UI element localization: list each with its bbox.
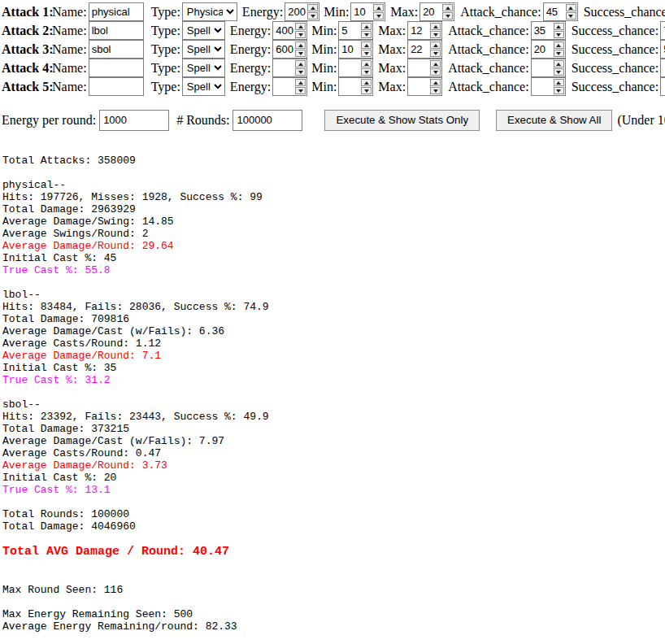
- spinner-up-icon[interactable]: [361, 60, 372, 67]
- energy-spinner[interactable]: [294, 41, 306, 58]
- spinner-down-icon[interactable]: [361, 31, 372, 38]
- energy-spinner[interactable]: [306, 3, 319, 20]
- spinner-down-icon[interactable]: [295, 50, 306, 57]
- spinner-down-icon[interactable]: [295, 87, 306, 94]
- success-chance-input[interactable]: [661, 59, 665, 76]
- spinner-up-icon[interactable]: [430, 60, 441, 67]
- spinner-down-icon[interactable]: [295, 68, 306, 76]
- attack-chance-input[interactable]: [532, 22, 553, 39]
- max-input[interactable]: [408, 41, 429, 58]
- spinner-down-icon[interactable]: [373, 12, 384, 20]
- success-chance-input[interactable]: [661, 41, 665, 58]
- spinner-up-icon[interactable]: [295, 41, 306, 49]
- min-input[interactable]: [351, 3, 372, 20]
- spinner-down-icon[interactable]: [430, 68, 441, 76]
- attack-name-input[interactable]: [89, 77, 144, 96]
- attack-chance-spinner[interactable]: [565, 3, 577, 20]
- output-line: Total Damage: 4046960: [2, 520, 665, 533]
- min-input[interactable]: [339, 22, 360, 39]
- spinner-down-icon[interactable]: [361, 50, 372, 57]
- attack-chance-input[interactable]: [532, 78, 553, 95]
- energy-spinner[interactable]: [294, 78, 306, 95]
- attack-chance-input[interactable]: [532, 41, 553, 58]
- spinner-down-icon[interactable]: [430, 87, 441, 94]
- max-spinner[interactable]: [429, 41, 441, 58]
- spinner-down-icon[interactable]: [554, 50, 564, 57]
- spinner-down-icon[interactable]: [554, 31, 564, 38]
- attack-chance-spinner[interactable]: [553, 41, 565, 58]
- spinner-up-icon[interactable]: [566, 4, 576, 11]
- min-input[interactable]: [339, 78, 360, 95]
- max-input[interactable]: [408, 22, 429, 39]
- spinner-up-icon[interactable]: [373, 4, 384, 11]
- max-spinner[interactable]: [429, 78, 441, 95]
- energy-input[interactable]: [285, 3, 306, 20]
- spinner-up-icon[interactable]: [554, 41, 564, 49]
- max-spinner[interactable]: [441, 3, 454, 20]
- spinner-down-icon[interactable]: [361, 68, 372, 76]
- attack-type-select[interactable]: Spell: [182, 59, 225, 77]
- min-spinner[interactable]: [360, 78, 372, 95]
- max-spinner[interactable]: [429, 22, 441, 39]
- spinner-up-icon[interactable]: [554, 60, 564, 67]
- execute-show-all-button[interactable]: Execute & Show All: [496, 110, 612, 131]
- max-input[interactable]: [408, 78, 429, 95]
- attack-chance-spinner[interactable]: [553, 78, 565, 95]
- min-spinner[interactable]: [372, 3, 385, 20]
- energy-input[interactable]: [273, 22, 294, 39]
- min-label: Min:: [311, 24, 337, 38]
- success-chance-input[interactable]: [661, 78, 665, 95]
- energy-input[interactable]: [273, 78, 294, 95]
- spinner-up-icon[interactable]: [554, 79, 564, 86]
- min-spinner[interactable]: [360, 22, 372, 39]
- max-input[interactable]: [408, 59, 429, 76]
- success-chance-input[interactable]: [661, 22, 665, 39]
- energy-spinner[interactable]: [294, 22, 306, 39]
- execute-stats-only-button[interactable]: Execute & Show Stats Only: [324, 110, 480, 131]
- spinner-up-icon[interactable]: [442, 4, 453, 11]
- max-spinner[interactable]: [429, 59, 441, 76]
- spinner-up-icon[interactable]: [361, 23, 372, 30]
- attack-type-select[interactable]: Spell: [182, 40, 225, 59]
- spinner-up-icon[interactable]: [361, 79, 372, 86]
- min-input[interactable]: [339, 59, 360, 76]
- rounds-input[interactable]: [233, 110, 302, 131]
- attack-name-input[interactable]: [89, 2, 144, 21]
- max-input[interactable]: [420, 3, 441, 20]
- attack-chance-input[interactable]: [544, 3, 565, 20]
- attack-chance-spinner[interactable]: [553, 22, 565, 39]
- spinner-up-icon[interactable]: [430, 79, 441, 86]
- attack-name-input[interactable]: [89, 40, 144, 59]
- spinner-down-icon[interactable]: [554, 87, 564, 94]
- spinner-down-icon[interactable]: [361, 87, 372, 94]
- attack-type-select[interactable]: Spell: [182, 21, 225, 40]
- spinner-down-icon[interactable]: [430, 50, 441, 57]
- spinner-down-icon[interactable]: [442, 12, 453, 20]
- min-spinner[interactable]: [360, 59, 372, 76]
- energy-per-round-input[interactable]: [99, 110, 169, 131]
- attack-name-input[interactable]: [89, 21, 144, 40]
- spinner-up-icon[interactable]: [361, 41, 372, 49]
- spinner-up-icon[interactable]: [307, 4, 318, 11]
- attack-name-input[interactable]: [89, 59, 144, 77]
- spinner-up-icon[interactable]: [295, 79, 306, 86]
- attack-type-select[interactable]: Spell: [182, 77, 225, 96]
- spinner-down-icon[interactable]: [566, 12, 576, 20]
- min-input[interactable]: [339, 41, 360, 58]
- spinner-up-icon[interactable]: [554, 23, 564, 30]
- attack-chance-spinner[interactable]: [553, 59, 565, 76]
- min-spinner[interactable]: [360, 41, 372, 58]
- spinner-up-icon[interactable]: [295, 60, 306, 67]
- spinner-down-icon[interactable]: [295, 31, 306, 38]
- attack-type-select[interactable]: Physical: [182, 2, 237, 21]
- energy-input[interactable]: [273, 41, 294, 58]
- spinner-down-icon[interactable]: [554, 68, 564, 76]
- energy-input[interactable]: [273, 59, 294, 76]
- spinner-down-icon[interactable]: [430, 31, 441, 38]
- attack-chance-input[interactable]: [532, 59, 553, 76]
- spinner-up-icon[interactable]: [430, 23, 441, 30]
- spinner-up-icon[interactable]: [295, 23, 306, 30]
- energy-spinner[interactable]: [294, 59, 306, 76]
- spinner-up-icon[interactable]: [430, 41, 441, 49]
- spinner-down-icon[interactable]: [307, 12, 318, 20]
